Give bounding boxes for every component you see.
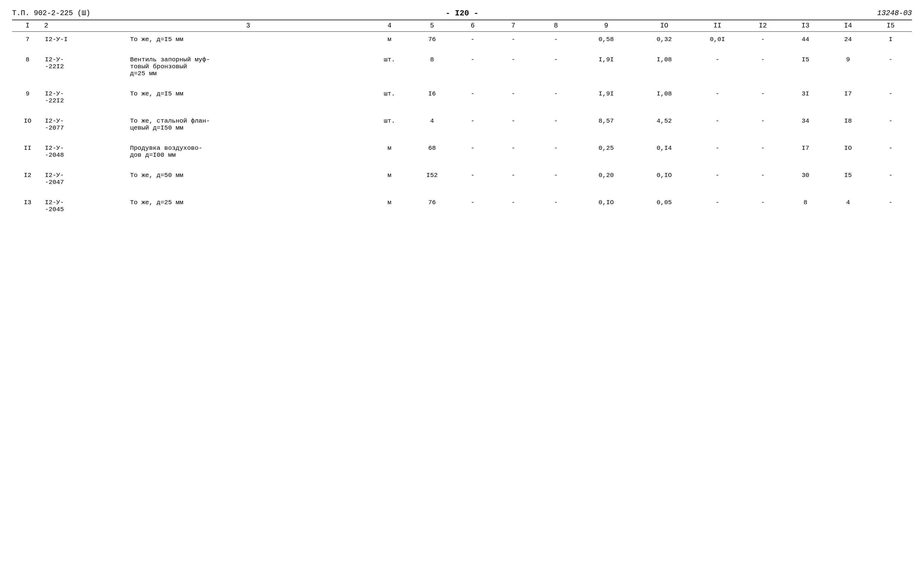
table-cell: То же, д=I5 мм [128, 86, 368, 109]
row-spacer [12, 136, 912, 140]
table-cell: 0,58 [577, 32, 635, 47]
table-cell: 0,I4 [635, 140, 693, 163]
col-header-11: II [693, 20, 742, 32]
table-cell: 0,32 [635, 32, 693, 47]
table-cell: - [693, 86, 742, 109]
column-headers: I 2 3 4 5 6 7 8 9 IO II I2 I3 I4 I5 [12, 20, 912, 32]
col-header-8: 8 [535, 20, 577, 32]
table-cell: - [742, 52, 784, 81]
table-cell: - [742, 113, 784, 136]
table-cell: I8 [827, 113, 869, 136]
table-cell: - [492, 32, 535, 47]
table-cell: 44 [784, 32, 827, 47]
table-cell: - [869, 113, 912, 136]
table-cell: 0,IO [577, 195, 635, 217]
table-cell: То же, д=25 мм [128, 195, 368, 217]
table-cell: м [368, 140, 411, 163]
table-cell: - [453, 167, 492, 190]
table-cell: 4,52 [635, 113, 693, 136]
col-header-13: I3 [784, 20, 827, 32]
table-cell: 76 [411, 195, 453, 217]
table-cell: - [492, 113, 535, 136]
table-cell: 8 [784, 195, 827, 217]
table-cell: 24 [827, 32, 869, 47]
table-cell: 7 [12, 32, 43, 47]
table-cell: шт. [368, 52, 411, 81]
table-cell: - [453, 140, 492, 163]
table-cell: Вентиль запорный муф-товый бронзовыйд=25… [128, 52, 368, 81]
col-header-7: 7 [492, 20, 535, 32]
header-center: - I20 - [445, 9, 479, 18]
table-cell: - [535, 32, 577, 47]
table-row: 9I2-У--22I2То же, д=I5 ммшт.I6---I,9II,0… [12, 86, 912, 109]
table-cell: 9 [827, 52, 869, 81]
table-cell: - [492, 52, 535, 81]
table-cell: - [492, 86, 535, 109]
table-cell: - [535, 167, 577, 190]
table-cell: I6 [411, 86, 453, 109]
table-cell: 8 [12, 52, 43, 81]
table-cell: I,08 [635, 86, 693, 109]
header-left: Т.П. 902-2-225 (Ш) [12, 9, 90, 17]
table-cell: - [492, 167, 535, 190]
table-cell: м [368, 32, 411, 47]
table-cell: 76 [411, 32, 453, 47]
table-cell: I7 [827, 86, 869, 109]
table-cell: - [742, 140, 784, 163]
table-cell: - [869, 52, 912, 81]
col-header-5: 5 [411, 20, 453, 32]
table-cell: - [453, 32, 492, 47]
table-row: 7I2-У-IТо же, д=I5 ммм76---0,580,320,0I-… [12, 32, 912, 47]
table-cell: 68 [411, 140, 453, 163]
row-spacer [12, 47, 912, 52]
col-header-4: 4 [368, 20, 411, 32]
table-cell: I,9I [577, 52, 635, 81]
table-cell: 0,0I [693, 32, 742, 47]
row-spacer [12, 81, 912, 86]
table-cell: Продувка воздухово-дов д=I00 мм [128, 140, 368, 163]
table-cell: I2-У-I [43, 32, 128, 47]
table-cell: То же, стальной флан-цевый д=I50 мм [128, 113, 368, 136]
table-cell: I2 [12, 167, 43, 190]
table-cell: I2-У--2047 [43, 167, 128, 190]
table-cell: - [693, 52, 742, 81]
table-cell: - [492, 195, 535, 217]
table-row: IOI2-У--2077То же, стальной флан-цевый д… [12, 113, 912, 136]
table-cell: I7 [784, 140, 827, 163]
table-cell: - [535, 140, 577, 163]
table-cell: - [492, 140, 535, 163]
table-cell: 4 [411, 113, 453, 136]
table-cell: 4 [827, 195, 869, 217]
table-cell: - [535, 195, 577, 217]
table-cell: - [693, 195, 742, 217]
table-cell: м [368, 167, 411, 190]
table-cell: шт. [368, 86, 411, 109]
page-header: Т.П. 902-2-225 (Ш) - I20 - 13248-03 [12, 9, 912, 17]
table-cell: - [693, 140, 742, 163]
table-cell: - [453, 86, 492, 109]
table-cell: - [742, 32, 784, 47]
col-header-15: I5 [869, 20, 912, 32]
table-cell: I2-У--22I2 [43, 52, 128, 81]
table-cell: - [742, 195, 784, 217]
table-cell: I3 [12, 195, 43, 217]
table-cell: 0,20 [577, 167, 635, 190]
table-cell: шт. [368, 113, 411, 136]
table-cell: - [453, 52, 492, 81]
row-spacer [12, 190, 912, 195]
header-right: 13248-03 [877, 9, 912, 17]
table-cell: I5 [827, 167, 869, 190]
table-cell: I [869, 32, 912, 47]
table-cell: - [693, 113, 742, 136]
table-cell: 9 [12, 86, 43, 109]
table-cell: 0,IO [635, 167, 693, 190]
table-cell: - [535, 52, 577, 81]
table-cell: - [869, 167, 912, 190]
table-cell: I,08 [635, 52, 693, 81]
table-cell: I5 [784, 52, 827, 81]
table-cell: I2-У--22I2 [43, 86, 128, 109]
table-cell: - [869, 195, 912, 217]
table-cell: - [869, 140, 912, 163]
table-cell: 30 [784, 167, 827, 190]
table-cell: 34 [784, 113, 827, 136]
